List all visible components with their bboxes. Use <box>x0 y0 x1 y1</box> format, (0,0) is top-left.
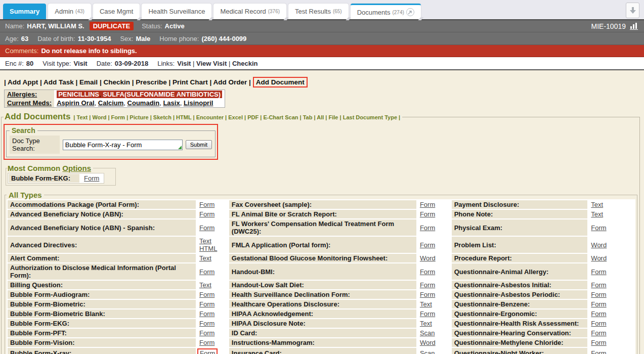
form-link[interactable]: Form <box>591 329 606 337</box>
type-link-text[interactable]: Text <box>76 114 88 120</box>
doc-type-search-label: Doc Type Search: <box>10 136 60 154</box>
form-link[interactable]: Form <box>420 210 435 218</box>
text-link[interactable]: Text <box>420 320 432 327</box>
med-item-link[interactable]: Aspirin Oral <box>57 99 94 107</box>
type-link-excel[interactable]: Excel <box>228 114 243 120</box>
form-link[interactable]: Form <box>591 320 606 327</box>
enc-link-view-visit[interactable]: View Visit <box>196 60 227 67</box>
form-link[interactable]: Form <box>199 329 214 337</box>
form-link[interactable]: Form <box>199 268 214 276</box>
type-link-last-document-type[interactable]: Last Document Type <box>343 114 397 120</box>
form-link[interactable]: Form <box>199 201 214 208</box>
type-link-all[interactable]: All <box>317 114 324 120</box>
type-link-word[interactable]: Word <box>93 114 107 120</box>
text-link[interactable]: Text <box>420 300 432 308</box>
form-link[interactable]: Form <box>420 291 435 298</box>
form-link[interactable]: Form <box>591 349 606 354</box>
doc-type-link-cell: Word <box>417 254 451 262</box>
add-order-link[interactable]: Add Order <box>213 78 247 86</box>
word-link[interactable]: Word <box>420 339 436 346</box>
type-link-sketch[interactable]: Sketch <box>153 114 171 120</box>
med-item-link[interactable]: Lasix <box>163 99 180 107</box>
doc-type-link-cell: Text <box>417 319 451 328</box>
enc-link-visit[interactable]: Visit <box>177 60 191 67</box>
form-link[interactable]: Form <box>591 339 606 346</box>
form-link[interactable]: Form <box>591 300 606 308</box>
scan-link[interactable]: Scan <box>420 329 435 337</box>
allergy-item-link[interactable]: PENICILLINS <box>58 91 99 98</box>
tab-test-results[interactable]: Test Results(65) <box>288 4 349 19</box>
form-link[interactable]: Form <box>420 310 435 318</box>
text-link[interactable]: Text <box>199 237 211 245</box>
prescribe-link[interactable]: Prescribe <box>136 78 167 86</box>
add-document-link[interactable]: Add Document <box>256 78 305 86</box>
form-link[interactable]: Form <box>420 201 435 208</box>
type-link-pdf[interactable]: PDF <box>247 114 259 120</box>
form-link[interactable]: Form <box>420 241 435 249</box>
type-link-file[interactable]: File <box>329 114 338 120</box>
download-button[interactable] <box>626 3 639 18</box>
html-link[interactable]: HTML <box>199 245 217 252</box>
tab-medical-record[interactable]: Medical Record(376) <box>213 4 286 19</box>
form-link[interactable]: Form <box>199 339 214 346</box>
word-link[interactable]: Word <box>591 254 607 262</box>
form-link[interactable]: Form <box>199 291 214 298</box>
form-link[interactable]: Form <box>591 310 606 318</box>
text-link[interactable]: Text <box>199 281 211 289</box>
type-link-tab[interactable]: Tab <box>303 114 313 120</box>
word-link[interactable]: Word <box>420 254 436 262</box>
email-link[interactable]: Email <box>79 78 98 86</box>
form-link[interactable]: Form <box>591 281 606 289</box>
form-link[interactable]: Form <box>200 349 215 354</box>
form-link[interactable]: Form <box>199 224 214 232</box>
med-item-link[interactable]: Coumadin <box>127 99 160 107</box>
form-link[interactable]: Form <box>199 300 214 308</box>
doc-type-link-cell: Text <box>197 281 228 289</box>
print-chart-link[interactable]: Print Chart <box>173 78 208 86</box>
form-link[interactable]: Form <box>84 174 99 182</box>
med-item-link[interactable]: Lisinopril <box>184 99 213 107</box>
form-link[interactable]: Form <box>420 224 435 232</box>
form-link[interactable]: Form <box>420 268 435 276</box>
form-link[interactable]: Form <box>199 320 214 327</box>
form-link[interactable]: Form <box>199 210 214 218</box>
tab-documents[interactable]: Documents(274) <box>351 4 421 19</box>
form-link[interactable]: Form <box>199 310 214 318</box>
doc-type-name: Instructions-Mammogram: <box>229 338 416 347</box>
scan-link[interactable]: Scan <box>420 349 435 354</box>
tab-summary[interactable]: Summary <box>3 4 46 19</box>
doc-type-name: Healthcare Operations Disclosure: <box>229 300 416 308</box>
text-link[interactable]: Text <box>591 201 603 208</box>
enc-link-checkin[interactable]: Checkin <box>232 60 258 67</box>
options-link[interactable]: Options <box>62 164 91 172</box>
add-appt-link[interactable]: Add Appt <box>8 78 38 86</box>
type-link-e-chart-scan[interactable]: E-Chart Scan <box>263 114 298 120</box>
current-meds-link[interactable]: Current Meds: <box>7 99 52 107</box>
tab-health-surveillance[interactable]: Health Surveillance <box>142 4 211 19</box>
table-row: Authorization to Disclose Medical Inform… <box>8 263 634 280</box>
form-link[interactable]: Form <box>591 268 606 276</box>
popout-icon[interactable] <box>406 8 414 16</box>
bar-chart-icon[interactable] <box>630 22 639 30</box>
tab-admin[interactable]: Admin(43) <box>48 4 91 19</box>
form-link[interactable]: Form <box>591 224 606 232</box>
type-link-encounter[interactable]: Encounter <box>196 114 224 120</box>
allergies-link[interactable]: Allergies: <box>7 91 37 98</box>
allergy-item-link[interactable]: SULFA(SULFONAMIDE ANTIBIOTICS) <box>103 91 221 98</box>
text-link[interactable]: Text <box>199 254 211 262</box>
doc-type-search-input[interactable] <box>63 140 183 150</box>
type-link-form[interactable]: Form <box>111 114 125 120</box>
submit-button[interactable]: Submit <box>186 140 212 149</box>
med-item-link[interactable]: Calcium <box>98 99 124 107</box>
tab-case-mgmt[interactable]: Case Mgmt <box>93 4 140 19</box>
add-task-link[interactable]: Add Task <box>44 78 74 86</box>
doc-type-link-cell: Text <box>417 300 451 308</box>
form-link[interactable]: Form <box>591 291 606 298</box>
word-link[interactable]: Word <box>591 241 607 249</box>
checkin-link[interactable]: Checkin <box>103 78 130 86</box>
text-link[interactable]: Text <box>591 210 603 218</box>
form-link[interactable]: Form <box>420 281 435 289</box>
type-link-html[interactable]: HTML <box>176 114 191 120</box>
type-link-picture[interactable]: Picture <box>130 114 148 120</box>
action-links-bar: | Add Appt | Add Task | Email | Checkin … <box>4 77 639 87</box>
